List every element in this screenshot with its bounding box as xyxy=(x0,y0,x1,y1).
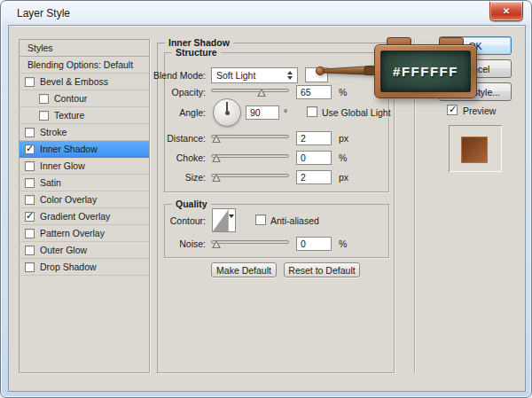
slider-thumb[interactable] xyxy=(212,240,221,248)
noise-unit: % xyxy=(339,238,347,250)
use-global-light-label: Use Global Light xyxy=(322,107,391,119)
checkbox[interactable] xyxy=(25,262,35,272)
sidebar-item-label: Drop Shadow xyxy=(40,261,97,272)
use-global-light-checkbox[interactable] xyxy=(307,106,317,117)
opacity-label: Opacity: xyxy=(171,87,206,98)
sidebar-item-label: Contour xyxy=(54,93,87,104)
chevron-down-icon xyxy=(229,215,234,218)
sidebar-item-inner-glow[interactable]: Inner Glow xyxy=(20,158,149,175)
checkbox[interactable] xyxy=(25,161,35,171)
make-default-button[interactable]: Make Default xyxy=(211,262,277,277)
angle-dial[interactable] xyxy=(213,98,241,127)
noise-slider[interactable] xyxy=(211,238,289,249)
angle-hub xyxy=(225,111,230,115)
contour-picker[interactable] xyxy=(212,208,236,232)
choke-label: Choke: xyxy=(176,152,206,164)
distance-slider[interactable] xyxy=(211,132,289,144)
sidebar-item-blending-options[interactable]: Blending Options: Default xyxy=(20,57,149,74)
inner-shadow-panel: Inner Shadow Structure Blend Mode: Soft … xyxy=(157,43,395,373)
reset-to-default-label: Reset to Default xyxy=(288,265,355,276)
sidebar-item-texture[interactable]: Texture xyxy=(20,107,149,124)
checkbox[interactable] xyxy=(39,94,49,104)
opacity-value: 65 xyxy=(301,87,311,98)
distance-unit: px xyxy=(339,133,348,144)
sidebar-item-inner-shadow[interactable]: ✓ Inner Shadow xyxy=(20,141,149,158)
slider-track[interactable] xyxy=(211,135,289,138)
slider-thumb[interactable] xyxy=(257,89,266,97)
slider-thumb[interactable] xyxy=(212,154,221,162)
opacity-slider[interactable] xyxy=(211,86,289,98)
check-icon: ✓ xyxy=(449,104,457,115)
angle-label: Angle: xyxy=(179,107,206,119)
sidebar-item-label: Inner Glow xyxy=(40,160,85,171)
checkbox[interactable] xyxy=(39,111,49,121)
checkbox-checked[interactable]: ✓ xyxy=(25,212,35,222)
slider-track[interactable] xyxy=(211,240,289,244)
slider-track[interactable] xyxy=(211,174,289,177)
contour-thumbnail xyxy=(213,209,229,231)
sidebar-item-outer-glow[interactable]: Outer Glow xyxy=(20,242,149,259)
sidebar-item-color-overlay[interactable]: Color Overlay xyxy=(20,191,149,208)
angle-input[interactable]: 90 xyxy=(246,105,279,120)
anti-aliased-label: Anti-aliased xyxy=(270,215,319,227)
noise-value: 0 xyxy=(301,238,306,249)
sidebar-item-gradient-overlay[interactable]: ✓ Gradient Overlay xyxy=(20,208,149,225)
sidebar-item-contour[interactable]: Contour xyxy=(20,90,149,107)
slider-thumb[interactable] xyxy=(212,174,221,182)
sidebar-item-label: Bevel & Emboss xyxy=(40,76,108,87)
sidebar-item-label: Blending Options: Default xyxy=(27,59,133,70)
checkbox[interactable] xyxy=(25,195,35,205)
close-button[interactable]: ✕ xyxy=(489,2,523,21)
contour-dropdown-strip[interactable] xyxy=(228,209,235,231)
slider-track[interactable] xyxy=(211,154,289,158)
checkbox[interactable] xyxy=(25,128,35,137)
sidebar-item-label: Inner Shadow xyxy=(40,144,98,154)
checkbox-checked[interactable]: ✓ xyxy=(25,144,35,154)
sidebar-item-stroke[interactable]: Stroke xyxy=(20,124,149,141)
style-preview-panel xyxy=(449,125,502,172)
sidebar-item-drop-shadow[interactable]: Drop Shadow xyxy=(20,259,149,276)
blend-mode-select[interactable]: Soft Light xyxy=(211,67,298,83)
sidebar-item-label: Satin xyxy=(40,177,61,188)
preview-checkbox[interactable]: ✓ xyxy=(447,105,458,115)
reset-to-default-button[interactable]: Reset to Default xyxy=(284,262,360,277)
size-unit: px xyxy=(339,172,348,183)
choke-unit: % xyxy=(339,152,347,164)
chalkboard-annotation: #FFFFFF xyxy=(374,44,477,98)
distance-value: 2 xyxy=(301,133,306,144)
titlebar[interactable]: Layer Style xyxy=(1,1,531,25)
sidebar-item-label: Outer Glow xyxy=(40,245,87,255)
choke-input[interactable]: 0 xyxy=(296,151,332,165)
sidebar-item-label: Texture xyxy=(54,110,84,121)
noise-input[interactable]: 0 xyxy=(296,237,332,251)
choke-slider[interactable] xyxy=(211,152,289,163)
styles-header: Styles xyxy=(20,40,149,57)
sidebar-item-pattern-overlay[interactable]: Pattern Overlay xyxy=(20,225,149,242)
opacity-input[interactable]: 65 xyxy=(296,85,332,99)
pointer-stick xyxy=(309,61,377,79)
noise-label: Noise: xyxy=(179,238,206,250)
checkbox[interactable] xyxy=(25,229,35,238)
size-input[interactable]: 2 xyxy=(296,170,332,184)
size-value: 2 xyxy=(301,172,306,183)
angle-value: 90 xyxy=(250,107,261,118)
checkbox[interactable] xyxy=(25,77,35,87)
slider-track[interactable] xyxy=(211,89,289,92)
contour-label: Contour: xyxy=(170,215,206,227)
quality-legend: Quality xyxy=(172,199,211,210)
slider-thumb[interactable] xyxy=(212,135,221,143)
distance-input[interactable]: 2 xyxy=(296,131,332,145)
dropdown-arrows-icon xyxy=(287,71,293,80)
distance-label: Distance: xyxy=(167,133,206,144)
preview-label: Preview xyxy=(463,105,496,117)
sidebar-item-label: Stroke xyxy=(40,127,66,137)
sidebar-item-label: Gradient Overlay xyxy=(40,211,110,222)
checkbox[interactable] xyxy=(25,246,35,255)
chalkboard-surface: #FFFFFF xyxy=(380,51,471,92)
sidebar-item-bevel-emboss[interactable]: Bevel & Emboss xyxy=(20,74,149,90)
anti-aliased-checkbox[interactable] xyxy=(255,215,266,225)
checkbox[interactable] xyxy=(25,178,35,188)
sidebar-item-satin[interactable]: Satin xyxy=(20,175,149,191)
size-slider[interactable] xyxy=(211,171,289,183)
sidebar-item-label: Pattern Overlay xyxy=(40,228,105,238)
